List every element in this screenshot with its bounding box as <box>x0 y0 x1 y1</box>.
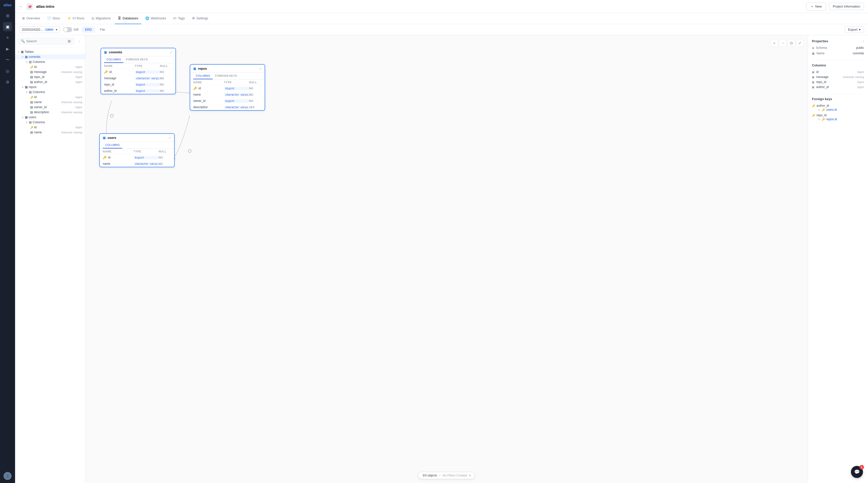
chevron-icon[interactable]: › <box>863 39 864 43</box>
objects-count: 3/3 objects <box>423 474 437 477</box>
fk-sub[interactable]: ↳ 🔑 repos.id <box>812 117 864 121</box>
app-logo[interactable]: atlas <box>3 3 11 7</box>
expand-icon[interactable]: ⤢ <box>259 67 261 70</box>
fullscreen-button[interactable]: ⤢ <box>796 39 804 47</box>
erd-users-columns-tab[interactable]: COLUMNS <box>103 142 122 148</box>
nav-activity-icon[interactable]: 〜 <box>3 55 12 64</box>
erd-table-commits[interactable]: ▦ commits ⤢ COLUMNS FOREIGN KEYS Name Ty… <box>100 48 176 94</box>
sidebar-item-users[interactable]: ▾ ▦ users <box>15 115 85 120</box>
sidebar-repos-desc[interactable]: ▤ description character varying <box>15 110 85 115</box>
tags-icon: 🏷 <box>173 16 177 20</box>
fk-link[interactable]: users.id <box>826 108 837 111</box>
user-avatar[interactable]: 👤 <box>3 472 11 480</box>
new-button[interactable]: ＋ New <box>806 2 826 10</box>
nav-circle-icon[interactable]: ◎ <box>3 66 12 76</box>
type-header: Type <box>133 150 159 153</box>
tab-webhooks[interactable]: 🌐 Webhooks <box>142 13 169 24</box>
table-row[interactable]: name character varyi... NO <box>190 91 265 98</box>
columns-section: Columns ▦ id bigint ▦ message character … <box>812 63 864 89</box>
sidebar-repos-columns[interactable]: ▾ ▤ Columns <box>15 90 85 94</box>
chat-button[interactable]: 💬 1 <box>851 466 863 478</box>
sidebar-commits-repoid[interactable]: ▤ repo_id bigint <box>15 75 85 80</box>
project-info-button[interactable]: Project Information <box>829 3 864 10</box>
tab-ci-runs[interactable]: ⚡ CI Runs <box>64 13 88 24</box>
erd-commits-content: Name Type Null 🔑 id bigint NO <box>101 63 176 94</box>
nav-list-icon[interactable]: ≡ <box>3 33 12 42</box>
col-id-type: bigint <box>75 95 82 98</box>
sidebar-tables-header[interactable]: ▾ ▦ Tables <box>15 49 85 54</box>
panel-col-authorid: ▦ author_id bigint <box>812 85 864 89</box>
erd-table-repos[interactable]: ▦ repos ⤢ COLUMNS FOREIGN KEYS Name Type… <box>190 64 265 111</box>
tab-databases[interactable]: 🗄 Databases <box>115 13 141 24</box>
col-repoid-label: repo_id <box>34 75 75 79</box>
table-row[interactable]: owner_id bigint NO <box>190 98 265 104</box>
col-name-type: character varying <box>61 131 82 134</box>
sidebar-commits-id[interactable]: 🔑 id bigint <box>15 64 85 69</box>
erd-commits-fk-tab[interactable]: FOREIGN KEYS <box>123 56 150 63</box>
sidebar-users-columns[interactable]: ▾ ▤ Columns <box>15 120 85 125</box>
filter-options-icon[interactable]: ▾ <box>469 474 471 477</box>
table-row[interactable]: 🔑 id bigint NO <box>101 69 176 75</box>
col-name: owner_id <box>193 99 206 103</box>
name-label: Name <box>816 52 851 55</box>
tab-docs[interactable]: 📄 Docs <box>44 13 63 24</box>
table-row[interactable]: author_id bigint NO <box>101 88 176 94</box>
diff-label: Diff <box>74 28 79 31</box>
name-icon: ▦ <box>812 52 814 55</box>
sidebar-repos-ownerid[interactable]: ▤ owner_id bigint <box>15 105 85 110</box>
null-val: NO <box>159 162 171 165</box>
col-id-type: bigint <box>75 65 82 68</box>
nav-grid-icon[interactable]: ⊞ <box>3 11 12 20</box>
chevron-down-icon: ▾ <box>22 56 23 58</box>
back-button[interactable]: ← <box>19 4 23 9</box>
erd-tab[interactable]: ERD <box>82 26 95 33</box>
tab-settings[interactable]: ⚙ Settings <box>189 13 211 24</box>
fk-sub[interactable]: ↳ 🔑 users.id <box>812 108 864 111</box>
version-selector[interactable]: 20250104202... Latest ▾ <box>19 26 60 33</box>
collapse-button[interactable]: ‹ <box>76 38 82 44</box>
table-row[interactable]: 🔑 id bigint NO <box>100 154 174 161</box>
table-row[interactable]: message character varyi... NO <box>101 75 176 82</box>
search-input[interactable] <box>26 39 66 43</box>
search-wrap[interactable]: 🔍 S <box>18 38 74 45</box>
table-row[interactable]: description character varyi... YES <box>190 104 265 110</box>
nav-database-icon[interactable]: ▣ <box>3 22 12 31</box>
erd-col-header: Name Type Null <box>101 63 176 69</box>
erd-repos-fk-tab[interactable]: FOREIGN KEYS <box>213 73 239 79</box>
sidebar-commits-authorid[interactable]: ▤ author_id bigint <box>15 80 85 85</box>
sidebar-item-repos[interactable]: ▾ ▦ repos <box>15 85 85 90</box>
table-row[interactable]: 🔑 id bigint NO <box>190 85 265 91</box>
col-ownerid-type: bigint <box>75 106 82 109</box>
sidebar-commits-message[interactable]: ▤ message character varying <box>15 69 85 75</box>
tab-overview[interactable]: ⊞ Overview <box>19 13 43 24</box>
erd-commits-columns-tab[interactable]: COLUMNS <box>104 56 123 63</box>
export-button[interactable]: Export ▾ <box>845 26 864 33</box>
nav-settings-icon[interactable]: ⚙ <box>3 78 12 87</box>
file-tab[interactable]: File <box>96 26 108 33</box>
sidebar-users-id[interactable]: 🔑 id bigint <box>15 125 85 130</box>
erd-canvas[interactable]: ▦ commits ⤢ COLUMNS FOREIGN KEYS Name Ty… <box>86 35 808 483</box>
schema-row: ◈ Schema public <box>812 46 864 50</box>
expand-icon[interactable]: ⤢ <box>170 51 173 54</box>
sidebar-users-name[interactable]: ▤ name character varying <box>15 130 85 135</box>
fit-view-button[interactable]: ⊡ <box>787 39 795 47</box>
sidebar-repos-name[interactable]: ▤ name character varying <box>15 100 85 105</box>
tab-tags[interactable]: 🏷 Tags <box>170 13 188 24</box>
fk-link[interactable]: repos.id <box>826 117 837 121</box>
sidebar-item-commits[interactable]: ▾ ▦ commits <box>15 54 85 59</box>
name-header: Name <box>193 81 224 84</box>
zoom-in-button[interactable]: + <box>771 39 778 47</box>
zoom-out-button[interactable]: − <box>779 39 786 47</box>
tab-migrations[interactable]: ◎ Migrations <box>89 13 114 24</box>
webhooks-icon: 🌐 <box>145 16 149 20</box>
name-value: commits <box>853 52 864 55</box>
sidebar-commits-columns[interactable]: ▾ ▤ Columns <box>15 59 85 64</box>
diff-switch[interactable] <box>63 27 72 32</box>
table-row[interactable]: name character varyi... NO <box>100 161 174 167</box>
erd-table-users[interactable]: ▦ users ⤢ COLUMNS Name Type Null <box>99 133 175 167</box>
nav-play-icon[interactable]: ▶ <box>3 44 12 53</box>
erd-repos-columns-tab[interactable]: COLUMNS <box>193 73 213 79</box>
sidebar-repos-id[interactable]: 🔑 id bigint <box>15 94 85 100</box>
expand-icon[interactable]: ⤢ <box>168 136 171 140</box>
table-row[interactable]: repo_id bigint NO <box>101 82 176 88</box>
